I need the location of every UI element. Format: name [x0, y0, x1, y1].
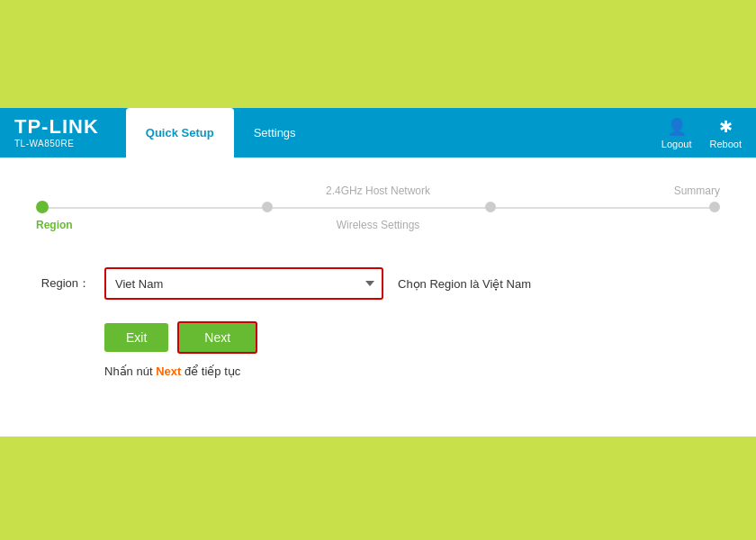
tab-quick-setup[interactable]: Quick Setup — [126, 108, 234, 158]
exit-button[interactable]: Exit — [104, 323, 168, 352]
logout-button[interactable]: 👤 Logout — [662, 117, 692, 149]
instruction-suffix: để tiếp tục — [181, 364, 240, 378]
logo-area: TP-LINK TL-WA850RE — [14, 117, 99, 148]
header-actions: 👤 Logout ✱ Reboot — [662, 108, 742, 158]
bottom-background — [0, 436, 756, 540]
region-hint: Chọn Region là Việt Nam — [398, 277, 531, 291]
region-form: Region： Viet Nam United States Japan Kor… — [36, 267, 720, 300]
steps-row — [36, 201, 720, 213]
top-background — [0, 0, 756, 108]
step-summary-label: Summary — [648, 184, 720, 197]
region-step-label: Region — [36, 219, 90, 231]
step-top-labels: 2.4GHz Host Network Summary — [36, 184, 720, 197]
step-dot-wireless — [485, 202, 496, 212]
main-content: 2.4GHz Host Network Summary Region Wirel… — [0, 158, 756, 436]
logout-icon: 👤 — [667, 117, 687, 137]
region-select-wrapper: Viet Nam United States Japan Korea China… — [104, 267, 383, 300]
region-label: Region： — [36, 275, 90, 292]
header: TP-LINK TL-WA850RE Quick Setup Settings … — [0, 108, 756, 158]
next-button[interactable]: Next — [177, 321, 257, 354]
step-dot-host — [262, 202, 273, 212]
instruction-prefix: Nhấn nút — [104, 364, 156, 378]
buttons-row: Exit Next — [104, 321, 720, 354]
model-label: TL-WA850RE — [14, 139, 99, 148]
step-host-label: 2.4GHz Host Network — [108, 184, 648, 197]
progress-container: 2.4GHz Host Network Summary Region Wirel… — [36, 176, 720, 249]
tab-settings[interactable]: Settings — [234, 108, 316, 158]
reboot-button[interactable]: ✱ Reboot — [710, 117, 742, 149]
instruction-highlight: Next — [156, 364, 181, 378]
step-dot-summary — [709, 202, 720, 212]
nav-tabs: Quick Setup Settings — [126, 108, 316, 158]
instruction-text: Nhấn nút Next để tiếp tục — [104, 364, 720, 378]
region-select[interactable]: Viet Nam United States Japan Korea China… — [104, 267, 383, 300]
reboot-icon: ✱ — [719, 117, 733, 137]
step-bottom-labels: Region Wireless Settings — [36, 219, 720, 231]
wireless-step-label: Wireless Settings — [90, 219, 666, 231]
brand-logo: TP-LINK — [14, 117, 99, 137]
step-dot-region — [36, 201, 49, 213]
